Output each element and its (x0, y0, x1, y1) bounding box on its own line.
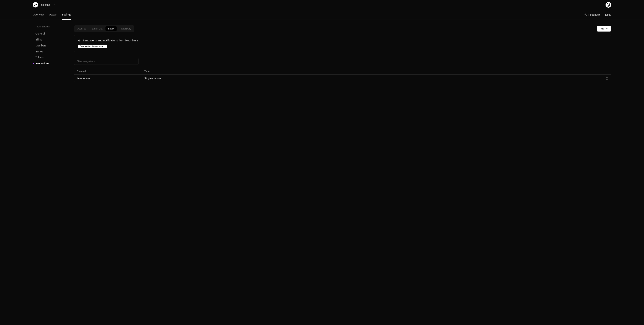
org-name: flexstack (41, 3, 51, 6)
sidebar-item-billing[interactable]: Billing (33, 36, 66, 42)
table-row: #moonbase Single channel (74, 75, 611, 82)
integrations-table: Channel Type #moonbase Single channel (74, 68, 611, 82)
table-header: Channel Type (74, 68, 611, 75)
org-selector[interactable]: flexstack (41, 3, 55, 6)
avatar[interactable] (606, 2, 611, 8)
chevron-down-icon (53, 4, 55, 6)
delete-button[interactable] (606, 77, 608, 80)
docs-link[interactable]: Docs (605, 13, 611, 16)
svg-rect-5 (606, 28, 607, 29)
active-dot-icon (33, 63, 34, 64)
svg-rect-11 (79, 39, 80, 40)
sidebar-item-tokens[interactable]: Tokens (33, 54, 66, 60)
add-button[interactable]: Add (597, 26, 611, 31)
integration-tab-email-list[interactable]: Email List (90, 26, 105, 31)
svg-point-2 (585, 14, 587, 16)
svg-rect-6 (607, 28, 608, 29)
svg-rect-12 (79, 40, 80, 41)
slack-icon (78, 39, 81, 42)
integration-tabs: AWS S3 Email List Slack PagerDuty (74, 25, 134, 32)
logo-icon (33, 2, 38, 7)
sidebar-item-general[interactable]: General (33, 30, 66, 36)
integration-tab-pagerduty[interactable]: PagerDuty (117, 26, 134, 31)
feedback-link[interactable]: Feedback (584, 13, 600, 16)
avatar-icon (606, 2, 611, 8)
connection-badge: Connection: Moonbasehq (78, 44, 107, 48)
sidebar-item-members[interactable]: Members (33, 42, 66, 48)
sidebar-heading: Team Settings (33, 25, 66, 28)
sidebar-item-invites[interactable]: Invites (33, 48, 66, 54)
svg-rect-7 (607, 28, 607, 28)
smiley-icon (584, 13, 587, 16)
trash-icon (606, 77, 608, 80)
cell-channel: #moonbase (77, 77, 144, 80)
integration-tab-aws-s3[interactable]: AWS S3 (75, 26, 89, 31)
integration-tab-slack[interactable]: Slack (106, 26, 117, 31)
nav-tab-settings[interactable]: Settings (62, 10, 71, 19)
filter-input[interactable] (74, 58, 138, 65)
svg-rect-10 (80, 40, 80, 41)
integration-card: Send alerts and notifications from Moonb… (74, 35, 611, 52)
slack-icon (606, 27, 608, 30)
sidebar: Team Settings General Billing Members In… (33, 25, 66, 82)
svg-rect-8 (607, 29, 607, 29)
nav-tab-overview[interactable]: Overview (33, 10, 44, 19)
cell-type: Single channel (144, 77, 601, 80)
column-type: Type (144, 70, 601, 73)
column-channel: Channel (77, 70, 144, 73)
integration-card-title: Send alerts and notifications from Moonb… (83, 39, 138, 42)
svg-rect-9 (78, 40, 79, 40)
sidebar-item-integrations[interactable]: Integrations (33, 60, 66, 66)
nav-tab-usage[interactable]: Usage (49, 10, 56, 19)
app-logo[interactable] (33, 2, 38, 7)
